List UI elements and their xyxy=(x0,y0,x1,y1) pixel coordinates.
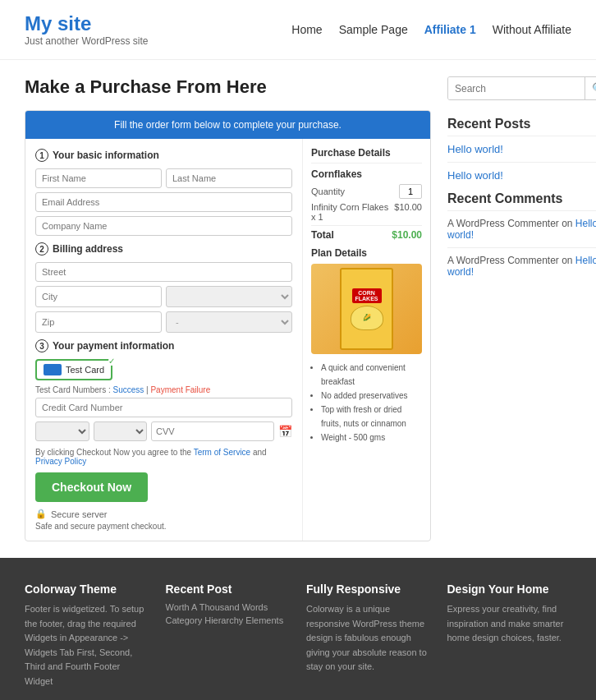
nav-affiliate1[interactable]: Affiliate 1 xyxy=(424,23,476,36)
comment-2-author: A WordPress Commenter xyxy=(447,255,559,266)
total-label: Total xyxy=(311,229,334,241)
section2-title: 2 Billing address xyxy=(35,242,292,256)
cvv-input[interactable] xyxy=(151,421,274,441)
search-input[interactable] xyxy=(448,77,585,99)
cereal-box: CORNFLAKES 🌽 xyxy=(340,268,393,350)
footer-col1-title: Colorway Theme xyxy=(25,583,149,596)
comment-2: A WordPress Commenter on Hello world! xyxy=(447,255,596,278)
form-body: 1 Your basic information 2 Billing addre… xyxy=(25,139,430,541)
zip-input[interactable] xyxy=(35,311,162,333)
credit-card-input[interactable] xyxy=(35,398,292,417)
recent-comments-title: Recent Comments xyxy=(447,191,596,211)
box-logo: CORNFLAKES xyxy=(352,288,382,303)
section3-label: Your payment information xyxy=(53,340,174,352)
order-box: Fill the order form below to complete yo… xyxy=(25,110,431,541)
lock-icon: 🔒 xyxy=(35,509,47,519)
city-input[interactable] xyxy=(35,286,162,307)
terms-link[interactable]: Term of Service xyxy=(194,448,250,457)
secure-label: Secure server xyxy=(51,509,107,519)
last-name-input[interactable] xyxy=(166,168,292,188)
country-select[interactable] xyxy=(166,286,292,307)
purchase-title: Purchase Details xyxy=(311,147,422,163)
section3-num: 3 xyxy=(35,339,48,352)
name-row xyxy=(35,168,292,188)
section2-label: Billing address xyxy=(53,243,123,255)
item-price: $10.00 xyxy=(394,202,422,222)
plan-title: Plan Details xyxy=(311,247,422,259)
footer-post-link-2[interactable]: Category Hierarchy Elements xyxy=(166,615,291,625)
card-details-row: 📅 xyxy=(35,421,292,441)
footer: Colorway Theme Footer is widgetized. To … xyxy=(0,558,596,700)
content-area: Make a Purchase From Here Fill the order… xyxy=(25,76,431,541)
year-select[interactable] xyxy=(94,421,148,441)
footer-col1-text: Footer is widgetized. To setup the foote… xyxy=(25,602,149,689)
quantity-row: Quantity xyxy=(311,184,422,199)
card-icon xyxy=(44,364,62,375)
footer-col3-text: Colorway is a unique responsive WordPres… xyxy=(306,602,431,675)
test-card-text: Test Card Numbers : xyxy=(35,385,111,394)
footer-col4-title: Design Your Home xyxy=(447,583,572,596)
feature-4: Weight - 500 gms xyxy=(321,431,422,444)
search-button[interactable]: 🔍 xyxy=(585,77,596,99)
street-input[interactable] xyxy=(35,262,292,282)
footer-col-2: Recent Post Worth A Thousand Words Categ… xyxy=(166,583,291,689)
total-row: Total $10.00 xyxy=(311,225,422,241)
comment-1-author: A WordPress Commenter xyxy=(447,218,559,229)
recent-post-1[interactable]: Hello world! xyxy=(447,143,596,155)
check-icon: ✓ xyxy=(108,357,115,366)
payment-method-label: Test Card xyxy=(66,365,104,375)
zip-state-select[interactable]: - xyxy=(166,311,292,333)
main-nav: Home Sample Page Affiliate 1 Without Aff… xyxy=(291,23,571,36)
page-title: Make a Purchase From Here xyxy=(25,76,431,98)
email-input[interactable] xyxy=(35,192,292,212)
footer-col2-title: Recent Post xyxy=(166,583,291,596)
failure-link[interactable]: Payment Failure xyxy=(150,385,210,394)
calendar-icon: 📅 xyxy=(278,421,292,441)
site-branding: My site Just another WordPress site xyxy=(25,12,149,47)
footer-grid: Colorway Theme Footer is widgetized. To … xyxy=(25,583,571,689)
item-row: Infinity Corn Flakes x 1 $10.00 xyxy=(311,202,422,222)
privacy-link[interactable]: Privacy Policy xyxy=(35,457,86,466)
footer-col3-title: Fully Responsive xyxy=(306,583,431,596)
total-price: $10.00 xyxy=(392,229,422,241)
item-label: Infinity Corn Flakes x 1 xyxy=(311,202,394,222)
city-country-row xyxy=(35,286,292,307)
month-select[interactable] xyxy=(35,421,89,441)
quantity-input[interactable] xyxy=(399,184,422,199)
site-tagline: Just another WordPress site xyxy=(25,35,149,47)
features-list: A quick and convenient breakfast No adde… xyxy=(311,361,422,444)
form-right: Purchase Details Cornflakes Quantity Inf… xyxy=(303,139,430,541)
terms-prefix: By clicking Checkout Now you agree to th… xyxy=(35,448,191,457)
main-container: Make a Purchase From Here Fill the order… xyxy=(0,60,596,558)
zip-row: - xyxy=(35,311,292,333)
nav-sample[interactable]: Sample Page xyxy=(339,23,408,36)
divider1 xyxy=(447,162,596,163)
footer-post-link-1[interactable]: Worth A Thousand Words xyxy=(166,602,291,612)
feature-3: Top with fresh or dried fruits, nuts or … xyxy=(321,403,422,431)
section1-num: 1 xyxy=(35,149,48,162)
form-left: 1 Your basic information 2 Billing addre… xyxy=(25,139,303,541)
section1-title: 1 Your basic information xyxy=(35,149,292,162)
footer-col-3: Fully Responsive Colorway is a unique re… xyxy=(306,583,431,689)
feature-2: No added preservatives xyxy=(321,389,422,403)
checkout-button[interactable]: Checkout Now xyxy=(35,472,148,502)
recent-posts-title: Recent Posts xyxy=(447,117,596,136)
section1-label: Your basic information xyxy=(53,150,159,161)
product-image: CORNFLAKES 🌽 xyxy=(311,264,422,354)
first-name-input[interactable] xyxy=(35,168,162,188)
site-title: My site xyxy=(25,12,149,35)
success-link[interactable]: Success xyxy=(112,385,144,394)
search-box: 🔍 xyxy=(447,76,596,100)
quantity-label: Quantity xyxy=(311,187,345,196)
product-name: Cornflakes xyxy=(311,168,422,180)
nav-without-affiliate[interactable]: Without Affiliate xyxy=(493,23,571,36)
nav-home[interactable]: Home xyxy=(291,23,322,36)
payment-card[interactable]: Test Card ✓ xyxy=(35,359,112,380)
comment-1: A WordPress Commenter on Hello world! xyxy=(447,218,596,241)
footer-col-4: Design Your Home Express your creativity… xyxy=(447,583,572,689)
feature-1: A quick and convenient breakfast xyxy=(321,361,422,389)
company-input[interactable] xyxy=(35,216,292,236)
terms-text: By clicking Checkout Now you agree to th… xyxy=(35,448,292,466)
recent-post-2[interactable]: Hello world! xyxy=(447,169,596,182)
order-header: Fill the order form below to complete yo… xyxy=(25,111,430,139)
